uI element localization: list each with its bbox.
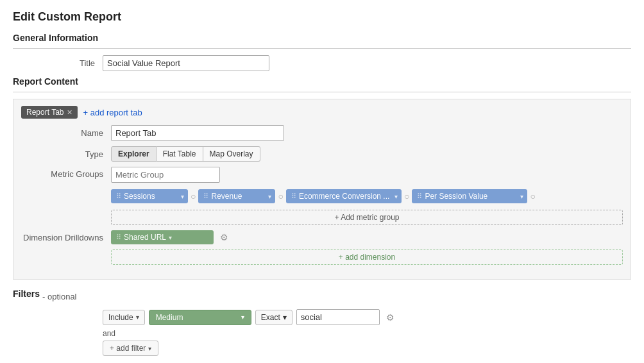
chip-label-sessions: Sessions <box>124 192 178 201</box>
dimension-chip-row: ⠿ Shared URL ▾ ⚙ <box>111 230 623 244</box>
chip-arrow-revenue: ▾ <box>268 193 271 200</box>
title-input[interactable] <box>103 55 269 71</box>
tab-name-input[interactable] <box>111 125 284 141</box>
chip-arrow-ecommerce: ▾ <box>394 193 398 200</box>
filter-and-row: and <box>103 329 631 338</box>
chip-label-ecommerce: Ecommerce Conversion ... <box>299 192 392 201</box>
metric-sep-1: ○ <box>191 191 196 201</box>
type-btn-explorer[interactable]: Explorer <box>111 146 157 162</box>
include-dropdown[interactable]: Include ▾ <box>103 310 145 325</box>
add-filter-button[interactable]: + add filter ▾ <box>103 341 158 356</box>
chip-label-shared-url: Shared URL <box>124 233 166 242</box>
add-filter-row: + add filter ▾ <box>103 341 631 356</box>
title-label: Title <box>13 58 103 68</box>
metric-chip-revenue[interactable]: ⠿ Revenue ▾ <box>198 189 275 203</box>
type-button-group: Explorer Flat Table Map Overlay <box>111 146 260 162</box>
medium-dropdown[interactable]: Medium ▾ <box>149 310 251 325</box>
tab-name-row: Name <box>21 125 623 141</box>
add-filter-arrow-icon: ▾ <box>148 345 151 352</box>
add-report-tab-link[interactable]: + add report tab <box>83 108 142 117</box>
type-btn-map-overlay[interactable]: Map Overlay <box>203 146 260 162</box>
drag-handle-icon: ⠿ <box>116 233 121 242</box>
chip-arrow-shared-url: ▾ <box>169 234 172 241</box>
metric-group-name-input[interactable] <box>111 167 220 183</box>
metric-groups-row: Metric Groups ⠿ Sessions ▾ ○ ⠿ Revenue ▾… <box>21 167 623 225</box>
medium-dropdown-arrow-icon: ▾ <box>241 314 244 321</box>
filters-section: Filters - optional Include ▾ Medium ▾ Ex… <box>13 289 631 356</box>
chip-label-per-session: Per Session Value <box>425 192 518 201</box>
filters-heading-row: Filters - optional <box>13 289 631 304</box>
exact-label: Exact <box>261 313 280 322</box>
metric-chips-row: ⠿ Sessions ▾ ○ ⠿ Revenue ▾ ○ ⠿ Ecommerce… <box>111 189 623 203</box>
name-label: Name <box>21 128 111 138</box>
exact-dropdown[interactable]: Exact ▾ <box>255 310 292 325</box>
metric-chip-ecommerce[interactable]: ⠿ Ecommerce Conversion ... ▾ <box>286 189 402 203</box>
report-content-section: Report Tab ✕ + add report tab Name Type … <box>13 99 631 280</box>
chip-label-revenue: Revenue <box>211 192 266 201</box>
dimension-label: Dimension Drilldowns <box>21 230 111 242</box>
chip-arrow-per-session: ▾ <box>520 193 523 200</box>
metric-groups-area: ⠿ Sessions ▾ ○ ⠿ Revenue ▾ ○ ⠿ Ecommerce… <box>111 167 623 225</box>
drag-handle-icon: ⠿ <box>291 192 296 201</box>
type-row: Type Explorer Flat Table Map Overlay <box>21 146 623 162</box>
filters-optional-label: - optional <box>42 292 76 301</box>
filter-row: Include ▾ Medium ▾ Exact ▾ ⚙ <box>103 309 631 325</box>
add-dimension-button[interactable]: + add dimension <box>111 249 623 265</box>
and-label: and <box>103 329 115 338</box>
metric-sep-2: ○ <box>278 191 283 201</box>
metric-chip-sessions[interactable]: ⠿ Sessions ▾ <box>111 189 188 203</box>
metric-chip-per-session[interactable]: ⠿ Per Session Value ▾ <box>412 189 527 203</box>
tab-close-icon[interactable]: ✕ <box>67 108 72 117</box>
add-filter-label: + add filter <box>110 344 146 353</box>
exact-dropdown-arrow-icon: ▾ <box>283 313 287 322</box>
report-content-divider <box>13 92 631 92</box>
gear-icon[interactable]: ⚙ <box>220 232 228 242</box>
add-metric-group-button[interactable]: + Add metric group <box>111 210 623 225</box>
drag-handle-icon: ⠿ <box>203 192 208 201</box>
include-label: Include <box>108 313 133 322</box>
metric-sep-3: ○ <box>404 191 409 201</box>
filter-value-input[interactable] <box>296 309 380 325</box>
metric-groups-label: Metric Groups <box>21 167 111 179</box>
drag-handle-icon: ⠿ <box>116 192 121 201</box>
chip-arrow-sessions: ▾ <box>181 193 184 200</box>
dimension-area: ⠿ Shared URL ▾ ⚙ + add dimension <box>111 230 623 265</box>
dimension-drilldowns-row: Dimension Drilldowns ⠿ Shared URL ▾ ⚙ + … <box>21 230 623 265</box>
title-row: Title <box>13 55 631 71</box>
general-info-heading: General Information <box>13 33 631 43</box>
general-divider <box>13 48 631 49</box>
report-tab-pill[interactable]: Report Tab ✕ <box>21 106 78 119</box>
tab-pill-label: Report Tab <box>26 108 64 117</box>
report-content-heading: Report Content <box>13 76 631 87</box>
dropdown-arrow-icon: ▾ <box>136 314 139 321</box>
type-label: Type <box>21 149 111 159</box>
filter-gear-icon[interactable]: ⚙ <box>386 312 394 323</box>
filters-heading: Filters <box>13 289 40 299</box>
page-title: Edit Custom Report <box>13 10 631 24</box>
medium-label: Medium <box>156 313 239 322</box>
dimension-chip-shared-url[interactable]: ⠿ Shared URL ▾ <box>111 230 214 244</box>
report-tab-bar: Report Tab ✕ + add report tab <box>21 106 623 119</box>
metric-sep-4: ○ <box>530 191 535 201</box>
drag-handle-icon: ⠿ <box>417 192 422 201</box>
type-btn-flat-table[interactable]: Flat Table <box>157 146 203 162</box>
